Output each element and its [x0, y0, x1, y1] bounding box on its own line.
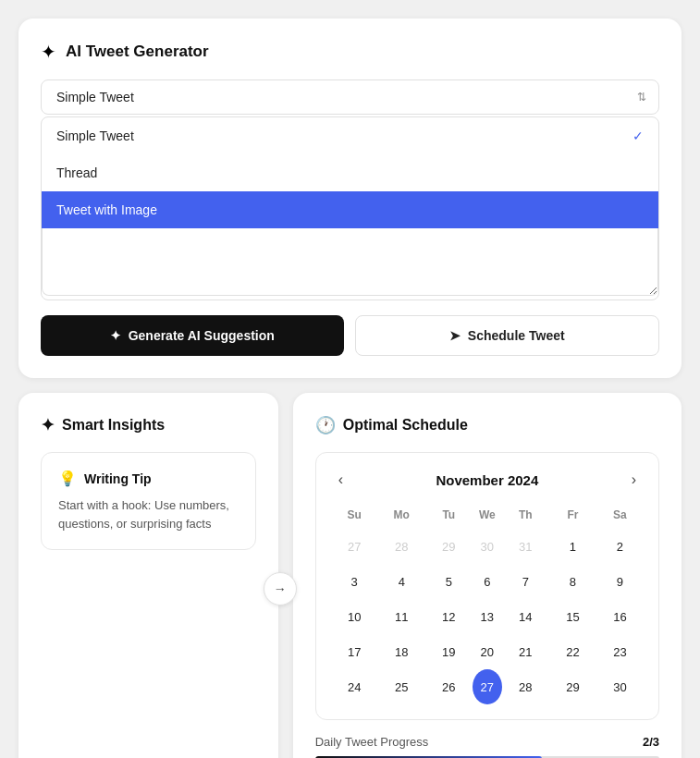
calendar-day[interactable]: 7 — [502, 564, 549, 599]
calendar-day[interactable]: 19 — [425, 634, 473, 669]
col-th: Th — [502, 505, 549, 529]
calendar-day[interactable]: 25 — [378, 669, 425, 704]
calendar-day[interactable]: 31 — [502, 529, 549, 564]
card-header: ✦ AI Tweet Generator — [41, 41, 659, 63]
calendar-day[interactable]: 11 — [378, 599, 425, 634]
calendar-day[interactable]: 14 — [502, 599, 549, 634]
schedule-button[interactable]: ➤ Schedule Tweet — [355, 315, 660, 356]
prev-month-button[interactable]: ‹ — [331, 468, 350, 492]
calendar-week-row: 272829303112 — [331, 529, 644, 564]
calendar-day[interactable]: 8 — [549, 564, 596, 599]
col-tu: Tu — [425, 505, 473, 529]
col-we: We — [473, 505, 502, 529]
calendar-day[interactable]: 6 — [473, 564, 502, 599]
col-mo: Mo — [378, 505, 425, 529]
calendar-day[interactable]: 30 — [596, 669, 644, 704]
buttons-row: ✦ Generate AI Suggestion ➤ Schedule Twee… — [41, 315, 659, 356]
next-tip-button[interactable]: → — [264, 572, 297, 605]
schedule-card: 🕐 Optimal Schedule ‹ November 2024 › Su … — [293, 393, 682, 758]
col-fr: Fr — [549, 505, 596, 529]
clock-icon: 🕐 — [315, 415, 336, 435]
tweet-type-wrapper: Simple Tweet Thread Tweet with Image ⇅ — [41, 79, 659, 115]
check-icon: ✓ — [632, 128, 644, 143]
insights-icon: ✦ — [41, 415, 55, 435]
calendar-day[interactable]: 17 — [331, 634, 378, 669]
calendar-week-row: 10111213141516 — [331, 599, 644, 634]
col-sa: Sa — [596, 505, 644, 529]
tip-header: 💡 Writing Tip — [58, 470, 239, 487]
calendar-day[interactable]: 20 — [473, 634, 502, 669]
calendar-day[interactable]: 23 — [596, 634, 644, 669]
calendar-day[interactable]: 18 — [378, 634, 425, 669]
calendar-grid: Su Mo Tu We Th Fr Sa 2728293031123456789… — [331, 505, 644, 704]
schedule-title: 🕐 Optimal Schedule — [315, 415, 659, 435]
calendar-day[interactable]: 28 — [502, 669, 549, 704]
dropdown-item-simple[interactable]: Simple Tweet ✓ — [42, 117, 658, 154]
calendar-week-row: 17181920212223 — [331, 634, 644, 669]
tip-text: Start with a hook: Use numbers, question… — [58, 496, 239, 532]
calendar-header-row: Su Mo Tu We Th Fr Sa — [331, 505, 644, 529]
calendar-header: ‹ November 2024 › — [331, 468, 644, 492]
calendar-day[interactable]: 2 — [596, 529, 644, 564]
top-card: ✦ AI Tweet Generator Simple Tweet Thread… — [18, 18, 682, 378]
calendar-day[interactable]: 15 — [549, 599, 596, 634]
tip-box: 💡 Writing Tip Start with a hook: Use num… — [41, 452, 256, 550]
calendar-day[interactable]: 29 — [425, 529, 473, 564]
calendar-day[interactable]: 4 — [378, 564, 425, 599]
calendar-week-row: 24252627282930 — [331, 669, 644, 704]
calendar-day[interactable]: 28 — [378, 529, 425, 564]
generate-icon: ✦ — [110, 328, 121, 343]
tip-bulb-icon: 💡 — [58, 470, 77, 487]
tweet-textarea[interactable] — [42, 228, 658, 296]
calendar-day[interactable]: 30 — [473, 529, 502, 564]
calendar-day[interactable]: 1 — [549, 529, 596, 564]
calendar-day[interactable]: 26 — [425, 669, 473, 704]
send-icon: ➤ — [449, 328, 461, 343]
insights-title: ✦ Smart Insights — [41, 415, 256, 435]
calendar-day[interactable]: 29 — [549, 669, 596, 704]
calendar-day[interactable]: 27 — [473, 669, 502, 704]
calendar-day[interactable]: 3 — [331, 564, 378, 599]
bottom-row: ✦ Smart Insights 💡 Writing Tip Start wit… — [18, 393, 682, 758]
progress-label: Daily Tweet Progress — [315, 735, 429, 749]
dropdown-item-image[interactable]: Tweet with Image — [42, 191, 658, 228]
main-container: ✦ AI Tweet Generator Simple Tweet Thread… — [18, 18, 682, 758]
dropdown-item-thread[interactable]: Thread — [42, 154, 658, 191]
insights-card: ✦ Smart Insights 💡 Writing Tip Start wit… — [18, 393, 278, 758]
tweet-type-select[interactable]: Simple Tweet Thread Tweet with Image — [41, 79, 659, 115]
calendar-day[interactable]: 22 — [549, 634, 596, 669]
calendar-day[interactable]: 5 — [425, 564, 473, 599]
col-su: Su — [331, 505, 378, 529]
progress-row: Daily Tweet Progress 2/3 — [315, 735, 659, 749]
dropdown-menu: Simple Tweet ✓ Thread Tweet with Image — [41, 116, 659, 300]
next-month-button[interactable]: › — [624, 468, 644, 492]
generate-button[interactable]: ✦ Generate AI Suggestion — [41, 315, 344, 356]
arrow-right-icon: → — [274, 581, 287, 596]
month-year-label: November 2024 — [436, 472, 538, 488]
calendar-day[interactable]: 16 — [596, 599, 644, 634]
calendar-day[interactable]: 12 — [425, 599, 473, 634]
calendar-wrapper: ‹ November 2024 › Su Mo Tu We Th Fr Sa — [315, 452, 659, 720]
card-title: AI Tweet Generator — [66, 43, 209, 61]
calendar-day[interactable]: 27 — [331, 529, 378, 564]
calendar-day[interactable]: 13 — [473, 599, 502, 634]
calendar-day[interactable]: 9 — [596, 564, 644, 599]
calendar-day[interactable]: 21 — [502, 634, 549, 669]
calendar-week-row: 3456789 — [331, 564, 644, 599]
ai-icon: ✦ — [41, 41, 56, 63]
calendar-day[interactable]: 24 — [331, 669, 378, 704]
progress-count: 2/3 — [643, 735, 659, 749]
calendar-day[interactable]: 10 — [331, 599, 378, 634]
